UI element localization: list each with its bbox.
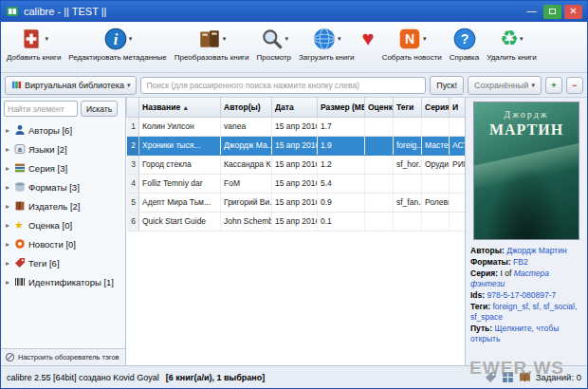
sidebar-item-tags[interactable]: ▸ Теги [6] [1, 253, 125, 272]
edit-metadata-button[interactable]: i ▾ Редактировать метаданные [64, 24, 170, 72]
languages-icon: a [14, 143, 26, 155]
book-list: Название▲ Автор(ы) Дата Размер (МБ) Оцен… [126, 98, 466, 365]
magnifier-icon [260, 27, 285, 51]
star-icon: ★ [14, 219, 26, 231]
main-area: Искать ▸ Авторы [6] ▸ a Языки [2] ▸ Сери… [1, 98, 587, 365]
donate-button[interactable]: ♥ [358, 24, 378, 72]
expander-icon[interactable]: ▸ [4, 259, 11, 268]
cover-grid-toggle-icon[interactable] [502, 371, 514, 383]
table-row[interactable]: 3 Город стекла Кассандра К... 15 апр 201… [127, 155, 467, 174]
expander-icon[interactable]: ▸ [4, 126, 11, 135]
table-row[interactable]: 4 Folliz Temniy dar FoM 15 апр 2016 5.4 [127, 174, 467, 193]
authors-link[interactable]: Джордж Мартин [506, 246, 567, 255]
help-button[interactable]: ? Справка [446, 24, 483, 72]
column-header-tags[interactable]: Теги [394, 98, 422, 117]
table-row-selected[interactable]: 2 Хроники тыся... Джордж Ма... 15 апр 20… [127, 136, 467, 155]
find-item-button[interactable]: Искать [81, 101, 118, 117]
virtual-library-label: Виртуальная библиотека [25, 81, 124, 90]
tag-browser-toggle-icon[interactable] [485, 371, 497, 383]
save-search-button[interactable]: + [545, 77, 562, 94]
expander-icon[interactable]: ▸ [4, 164, 11, 173]
configure-tag-browser-button[interactable]: Настроить обозреватель тэгов [1, 348, 125, 365]
expander-icon[interactable]: ▸ [4, 202, 11, 211]
book-details-toggle-icon[interactable] [519, 371, 531, 383]
table-row[interactable]: 6 Quick Start Guide John Schember 15 апр… [127, 212, 467, 231]
convert-books-button[interactable]: ▾ Преобразовать книги [171, 24, 253, 72]
cover-author-text: Джордж [504, 108, 548, 120]
add-books-button[interactable]: ▾ Добавить книги [3, 24, 64, 72]
sidebar-item-publisher[interactable]: ▸ Издатель [2] [1, 196, 125, 215]
expander-icon[interactable]: ▸ [4, 221, 11, 230]
find-item-input[interactable] [4, 101, 78, 117]
expander-icon[interactable]: ▸ [4, 145, 11, 154]
table-row[interactable]: 5 Адепт Мира Тьм... Григорий Ви... 15 ап… [127, 193, 467, 212]
formats-icon [14, 181, 26, 193]
field-ids: Ids: 978-5-17-080897-7 [470, 290, 582, 301]
svg-text:?: ? [460, 31, 469, 46]
calibre-app-icon [6, 5, 19, 18]
dropdown-arrow-icon[interactable]: ▾ [285, 35, 289, 43]
expander-icon[interactable]: ▸ [4, 183, 11, 192]
expander-icon[interactable]: ▸ [4, 240, 11, 249]
book-cover[interactable]: Джордж МАРТИН [473, 102, 579, 240]
maximize-button[interactable] [543, 5, 561, 19]
sidebar-item-identifiers[interactable]: ▸ Идентификаторы [1] [1, 272, 125, 291]
main-toolbar: ▾ Добавить книги i ▾ Редактировать метад… [1, 22, 587, 73]
column-header-authors[interactable]: Автор(ы) [221, 98, 272, 117]
view-button[interactable]: ▾ Просмотр [252, 24, 295, 72]
virtual-library-button[interactable]: Виртуальная библиотека ▾ [5, 76, 137, 95]
chevron-down-icon: ▾ [127, 82, 131, 89]
get-books-button[interactable]: ▾ Загрузить книги [295, 24, 358, 72]
heart-icon: ♥ [362, 27, 375, 51]
column-header-publisher[interactable]: И [450, 98, 467, 117]
book-count-text: [6 книг(а/и), 1 выбрано] [166, 373, 265, 382]
column-header-series[interactable]: Серия [422, 98, 450, 117]
barcode-icon [14, 276, 26, 287]
toolbar-label: Редактировать метаданные [68, 53, 166, 62]
app-version-text: calibre 2.55 [64bit] создано Kovid Goyal [7, 373, 159, 382]
delete-search-button[interactable]: − [566, 77, 583, 94]
jobs-indicator[interactable]: Заданий: 0 [536, 372, 581, 382]
globe-icon [312, 27, 337, 51]
table-row[interactable]: 1 Колин Уилсон vanea 15 апр 2016 1.7 [127, 117, 467, 136]
toolbar-label: Преобразовать книги [175, 53, 249, 62]
chevron-down-icon: ▾ [531, 82, 535, 89]
dropdown-arrow-icon[interactable]: ▾ [45, 35, 48, 43]
calibre-window: calibre - || TEST || — ✕ ▾ Добавить книг… [0, 0, 588, 389]
dropdown-arrow-icon[interactable]: ▾ [129, 35, 133, 43]
dropdown-arrow-icon[interactable]: ▾ [520, 35, 524, 43]
toolbar-label: Загрузить книги [299, 53, 355, 62]
close-button[interactable]: ✕ [564, 5, 582, 19]
column-header-size[interactable]: Размер (МБ) [318, 98, 365, 117]
status-bar: calibre 2.55 [64bit] создано Kovid Goyal… [1, 365, 587, 388]
saved-search-combo[interactable]: Сохранённый ▾ [468, 76, 542, 95]
sidebar-item-series[interactable]: ▸ Серия [3] [1, 158, 125, 177]
dropdown-arrow-icon[interactable]: ▾ [338, 35, 341, 43]
fetch-news-button[interactable]: N ▾ Собрать новости [378, 24, 446, 72]
dropdown-arrow-icon[interactable]: ▾ [423, 35, 427, 43]
column-header-rating[interactable]: Оценка [365, 98, 394, 117]
convert-books-icon [197, 27, 222, 51]
field-tags: Теги: foreign_sf, sf, sf_social, sf_spac… [470, 302, 582, 323]
column-header-date[interactable]: Дата [272, 98, 318, 117]
format-link[interactable]: FB2 [513, 257, 528, 267]
sidebar-item-formats[interactable]: ▸ Форматы [3] [1, 177, 125, 196]
search-input[interactable] [140, 77, 426, 94]
tag-icon [14, 257, 26, 269]
dropdown-arrow-icon[interactable]: ▾ [223, 35, 227, 43]
sidebar-item-rating[interactable]: ▸ ★ Оценка [0] [1, 215, 125, 234]
expander-icon[interactable]: ▸ [4, 278, 11, 287]
sidebar-item-news[interactable]: ▸ Новости [0] [1, 234, 125, 253]
library-icon [11, 80, 22, 90]
toolbar-label: Добавить книги [7, 53, 61, 62]
sidebar-item-authors[interactable]: ▸ Авторы [6] [1, 120, 125, 139]
column-header-title[interactable]: Название▲ [139, 98, 221, 117]
remove-books-button[interactable]: ♻ ▾ Удалить книги [483, 24, 541, 72]
search-go-button[interactable]: Пуск! [430, 76, 464, 95]
sidebar-item-languages[interactable]: ▸ a Языки [2] [1, 139, 125, 158]
isbn-link[interactable]: 978-5-17-080897-7 [487, 290, 557, 300]
configure-label: Настроить обозреватель тэгов [18, 353, 119, 361]
edit-metadata-icon: i [103, 27, 128, 51]
minimize-button[interactable]: — [523, 5, 541, 19]
field-authors: Авторы: Джордж Мартин [470, 246, 582, 256]
